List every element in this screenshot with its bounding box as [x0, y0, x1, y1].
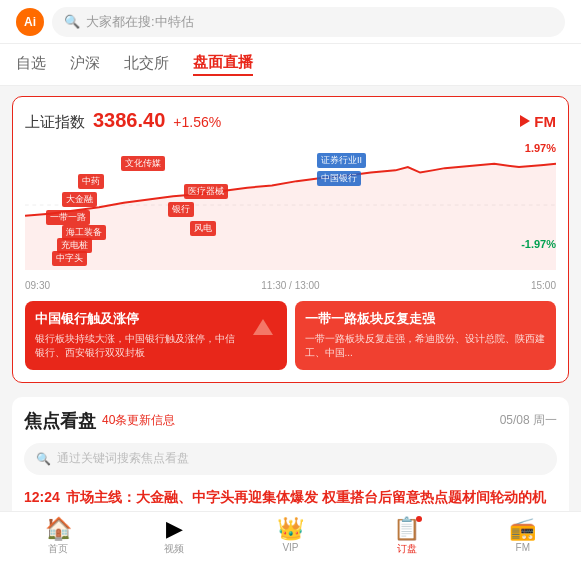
tab-beijiaosuo[interactable]: 北交所	[124, 54, 169, 75]
tab-hushen[interactable]: 沪深	[70, 54, 100, 75]
chart-pct-negative: -1.97%	[521, 238, 556, 250]
tab-zixuan[interactable]: 自选	[16, 54, 46, 75]
market-value: 3386.40	[93, 109, 165, 132]
news-card-1-title: 一带一路板块反复走强	[305, 311, 547, 328]
play-icon	[520, 115, 530, 127]
chart-svg	[25, 140, 556, 270]
svg-marker-2	[253, 319, 273, 335]
nav-vip-label: VIP	[282, 542, 298, 553]
focus-search[interactable]: 🔍 通过关键词搜索焦点看盘	[24, 443, 557, 475]
nav-tabs: 自选 沪深 北交所 盘面直播	[0, 44, 581, 86]
search-icon: 🔍	[64, 14, 80, 29]
news-card-1[interactable]: 一带一路板块反复走强 一带一路板块反复走强，希迪股份、设计总院、陕西建工、中国.…	[295, 301, 557, 370]
bottom-nav: 🏠 首页 ▶ 视频 👑 VIP 📋 订盘 📻 FM	[0, 511, 581, 564]
time-start: 09:30	[25, 280, 50, 291]
tab-panmian[interactable]: 盘面直播	[193, 53, 253, 76]
nav-fm[interactable]: 📻 FM	[497, 518, 549, 556]
news-card-0[interactable]: 中国银行触及涨停 银行板块持续大涨，中国银行触及涨停，中信银行、西安银行双双封板	[25, 301, 287, 370]
nav-fm-label: FM	[516, 542, 530, 553]
nav-home[interactable]: 🏠 首页	[32, 518, 84, 556]
nav-video[interactable]: ▶ 视频	[148, 518, 200, 556]
main-content: 上证指数 3386.40 +1.56% FM 1.97% 文化传媒 中药	[0, 86, 581, 564]
market-change: +1.56%	[173, 114, 221, 130]
focus-date: 05/08 周一	[500, 412, 557, 429]
nav-dot	[416, 516, 422, 522]
nav-vip[interactable]: 👑 VIP	[264, 518, 316, 556]
market-title: 上证指数	[25, 113, 85, 132]
nav-dingpan-label: 订盘	[397, 542, 417, 556]
time-end: 15:00	[531, 280, 556, 291]
chart-area: 1.97% 文化传媒 中药 大金融 一带一路 海工装备 充电桩 中字头 医疗器械…	[25, 140, 556, 270]
app-logo: Ai	[16, 8, 44, 36]
home-icon: 🏠	[45, 518, 72, 540]
fm-button[interactable]: FM	[520, 113, 556, 130]
market-header: 上证指数 3386.40 +1.56% FM	[25, 109, 556, 132]
focus-search-placeholder: 通过关键词搜索焦点看盘	[57, 450, 189, 467]
focus-header: 焦点看盘 40条更新信息 05/08 周一	[24, 409, 557, 433]
news-card-1-desc: 一带一路板块反复走强，希迪股份、设计总院、陕西建工、中国...	[305, 332, 547, 360]
news-item-0-time: 12:24	[24, 489, 60, 505]
focus-search-icon: 🔍	[36, 452, 51, 466]
nav-video-label: 视频	[164, 542, 184, 556]
news-card-0-title: 中国银行触及涨停	[35, 311, 243, 328]
nav-dingpan[interactable]: 📋 订盘	[381, 518, 433, 556]
nav-home-label: 首页	[48, 542, 68, 556]
search-bar[interactable]: 🔍 大家都在搜:中特估	[52, 7, 565, 37]
vip-icon: 👑	[277, 518, 304, 540]
time-mid: 11:30 / 13:00	[261, 280, 319, 291]
fm-label: FM	[534, 113, 556, 130]
dingpan-icon-wrap: 📋	[393, 518, 420, 540]
video-icon: ▶	[166, 518, 183, 540]
news-cards: 中国银行触及涨停 银行板块持续大涨，中国银行触及涨停，中信银行、西安银行双双封板…	[25, 301, 556, 370]
market-card: 上证指数 3386.40 +1.56% FM 1.97% 文化传媒 中药	[12, 96, 569, 383]
focus-title: 焦点看盘	[24, 409, 96, 433]
focus-count: 40条更新信息	[102, 412, 175, 429]
chart-pct-positive: 1.97%	[525, 142, 556, 154]
chart-time-axis: 09:30 11:30 / 13:00 15:00	[25, 278, 556, 293]
news-card-0-desc: 银行板块持续大涨，中国银行触及涨停，中信银行、西安银行双双封板	[35, 332, 243, 360]
status-bar: Ai 🔍 大家都在搜:中特估	[0, 0, 581, 44]
search-placeholder: 大家都在搜:中特估	[86, 13, 194, 31]
fm-nav-icon: 📻	[509, 518, 536, 540]
up-arrow-icon	[249, 315, 277, 343]
svg-marker-1	[25, 164, 556, 270]
